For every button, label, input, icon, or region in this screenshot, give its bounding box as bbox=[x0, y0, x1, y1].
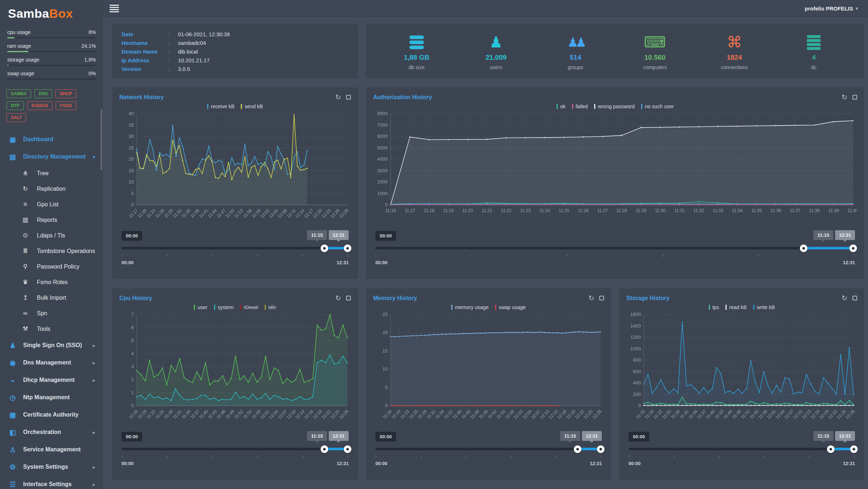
svg-text:11:46: 11:46 bbox=[216, 409, 227, 420]
svg-text:12:19: 12:19 bbox=[565, 409, 576, 420]
svg-text:11:19: 11:19 bbox=[137, 409, 148, 420]
interface-icon: ☰ bbox=[8, 480, 17, 489]
svg-text:12:28: 12:28 bbox=[591, 409, 603, 420]
slider-handle-end[interactable] bbox=[344, 445, 352, 453]
legend-item[interactable]: user bbox=[194, 304, 207, 310]
service-badge-salt[interactable]: SALT bbox=[7, 113, 26, 122]
slider-handle-start[interactable] bbox=[320, 445, 328, 453]
svg-text:12:11: 12:11 bbox=[286, 208, 297, 219]
slider-handle-start[interactable] bbox=[800, 244, 808, 252]
sidebar-item-dhcp-management[interactable]: ◒ Dhcp Management ▸ bbox=[0, 371, 103, 389]
legend-item[interactable]: memory usage bbox=[451, 304, 489, 310]
info-row: Hostname:sambadc04 bbox=[122, 40, 349, 46]
sidebar-item-gpo-list[interactable]: ≡Gpo List bbox=[0, 197, 103, 212]
slider-handle-end[interactable] bbox=[597, 445, 605, 453]
refresh-icon[interactable]: ↻ bbox=[842, 93, 847, 101]
svg-text:12:17: 12:17 bbox=[303, 208, 314, 219]
legend-item[interactable]: failed bbox=[572, 104, 588, 109]
slider-from-tooltip: 11:15 bbox=[813, 431, 833, 441]
sidebar-item-system-settings[interactable]: ⚙ System Settings ▸ bbox=[0, 458, 103, 476]
slider-handle-end[interactable] bbox=[344, 244, 352, 252]
service-badge-fsso[interactable]: FSSO bbox=[56, 101, 76, 110]
svg-text:11:19: 11:19 bbox=[644, 409, 655, 420]
network-icon: ⌘ bbox=[695, 32, 774, 53]
service-badge-dns[interactable]: DNS bbox=[34, 89, 52, 98]
slider-range[interactable] bbox=[804, 247, 855, 249]
memory-time-slider: 00:00 11:1512:31 00:0012:31 bbox=[373, 431, 604, 466]
svg-text:3000: 3000 bbox=[377, 168, 388, 173]
legend-item[interactable]: receive kB bbox=[207, 104, 234, 109]
svg-text:11:28: 11:28 bbox=[163, 409, 174, 420]
slider-track[interactable] bbox=[122, 448, 349, 450]
legend-item[interactable]: IOwait bbox=[240, 304, 258, 310]
fullscreen-icon[interactable] bbox=[599, 296, 604, 300]
legend-item[interactable]: read kB bbox=[726, 304, 746, 310]
refresh-icon[interactable]: ↻ bbox=[842, 294, 847, 302]
legend-item[interactable]: wrong password bbox=[594, 104, 635, 109]
svg-text:11:43: 11:43 bbox=[714, 409, 725, 420]
service-badge-dhcp[interactable]: DHCP bbox=[55, 89, 76, 98]
user-menu[interactable]: profelis PROFELIS ▾ bbox=[805, 5, 858, 12]
slider-handle-end[interactable] bbox=[850, 445, 858, 453]
sidebar-item-certificate-authority[interactable]: ▦ Certificate Authority bbox=[0, 406, 103, 423]
fullscreen-icon[interactable] bbox=[852, 95, 857, 100]
sidebar-item-dns-management[interactable]: ◉ Dns Management ▸ bbox=[0, 354, 103, 371]
refresh-icon[interactable]: ↻ bbox=[335, 93, 341, 101]
slider-track[interactable] bbox=[122, 247, 349, 249]
sidebar-item-tools[interactable]: ⚒Tools bbox=[0, 321, 103, 337]
legend-item[interactable]: write kB bbox=[753, 304, 775, 310]
sidebar-item-service-management[interactable]: ♙ Service Management bbox=[0, 441, 103, 458]
svg-text:200: 200 bbox=[633, 392, 641, 397]
legend-item[interactable]: system bbox=[214, 304, 234, 310]
legend-item[interactable]: idle bbox=[265, 304, 276, 310]
fullscreen-icon[interactable] bbox=[346, 95, 351, 100]
sidebar-item-spn[interactable]: ∞Spn bbox=[0, 305, 103, 321]
slider-handle-start[interactable] bbox=[574, 445, 582, 453]
menu-toggle-icon[interactable] bbox=[110, 4, 119, 13]
sidebar-item-interface-settings[interactable]: ☰ Interface Settings ▸ bbox=[0, 476, 103, 489]
sidebar-item-fsmo-roles[interactable]: ♛Fsmo Roles bbox=[0, 274, 103, 290]
refresh-icon[interactable]: ↻ bbox=[335, 294, 341, 302]
svg-text:1600: 1600 bbox=[630, 312, 641, 317]
sidebar-item-tombstone-operations[interactable]: ⅢTombstone Operations bbox=[0, 243, 103, 259]
legend-item[interactable]: ok bbox=[557, 104, 566, 109]
sidebar-item-replication[interactable]: ↻Replication bbox=[0, 181, 103, 197]
slider-handle-end[interactable] bbox=[849, 244, 857, 252]
sidebar-item-dashboard[interactable]: ▣ Dashboard bbox=[0, 131, 103, 148]
swap-usage-meter: swap usage0% bbox=[7, 71, 96, 80]
service-icon: ♙ bbox=[8, 446, 17, 454]
svg-text:11:50: 11:50 bbox=[224, 208, 235, 219]
sidebar-item-password-policy[interactable]: ⚲Password Policy bbox=[0, 259, 103, 274]
slider-handle-start[interactable] bbox=[827, 445, 835, 453]
slider-track[interactable] bbox=[375, 448, 602, 450]
service-badge-samba[interactable]: SAMBA bbox=[7, 89, 31, 98]
slider-min-badge: 00:00 bbox=[122, 231, 142, 241]
sambabox-dashboard: SambaBox cpu usage8% ram usage24.1% stor… bbox=[0, 0, 868, 489]
sidebar-item-ntp-management[interactable]: ◷ Ntp Management bbox=[0, 389, 103, 406]
refresh-icon[interactable]: ↻ bbox=[588, 294, 594, 302]
cpu-usage-meter: cpu usage8% bbox=[7, 29, 96, 38]
slider-track[interactable] bbox=[375, 247, 855, 249]
slider-from-tooltip: 11:15 bbox=[307, 431, 327, 441]
service-badge-radius[interactable]: RADIUS bbox=[27, 101, 52, 110]
legend-item[interactable]: no such user bbox=[641, 104, 674, 109]
legend-item[interactable]: tps bbox=[709, 304, 719, 310]
legend-item[interactable]: send kB bbox=[241, 104, 263, 109]
svg-text:12:16: 12:16 bbox=[809, 409, 821, 420]
service-badge-ntp[interactable]: NTP bbox=[7, 101, 24, 110]
fullscreen-icon[interactable] bbox=[852, 296, 857, 300]
sidebar-item-directory-management[interactable]: ▤ Directory Management ▾ bbox=[0, 148, 103, 165]
slider-handle-start[interactable] bbox=[320, 244, 328, 252]
sidebar-item-reports[interactable]: ▥Reports bbox=[0, 212, 103, 228]
svg-text:11:34: 11:34 bbox=[688, 409, 699, 420]
legend-item[interactable]: swap usage bbox=[495, 304, 526, 310]
sidebar-item-tree[interactable]: ⋔Tree bbox=[0, 165, 103, 181]
fullscreen-icon[interactable] bbox=[346, 296, 351, 300]
slider-track[interactable] bbox=[629, 448, 855, 450]
sidebar-item-ldaps-tls[interactable]: ⊙Ldaps / Tls bbox=[0, 228, 103, 243]
sidebar-item-sso[interactable]: ♟ Single Sign On (SSO) ▸ bbox=[0, 337, 103, 354]
sidebar-item-bulk-import[interactable]: ↥Bulk Import bbox=[0, 290, 103, 305]
sidebar-scrollbar[interactable] bbox=[101, 109, 102, 170]
hammer-icon: ⚒ bbox=[21, 325, 30, 333]
sidebar-item-orchestration[interactable]: ◧ Orchestration ▸ bbox=[0, 423, 103, 441]
